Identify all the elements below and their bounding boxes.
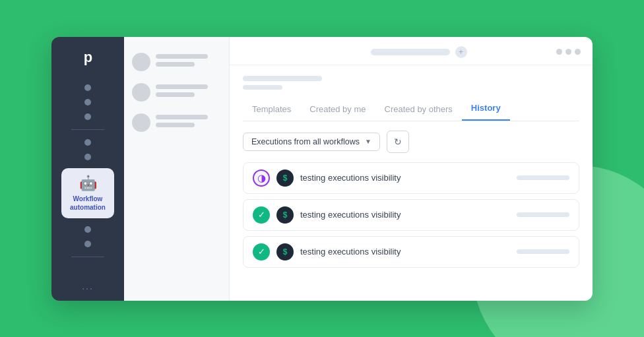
left-panel-item-1[interactable] (132, 53, 221, 71)
top-bar-title-placeholder (371, 49, 450, 55)
sidebar-nav-dot-3[interactable] (84, 113, 91, 120)
add-tab-button[interactable]: + (455, 46, 467, 58)
text-line (156, 54, 208, 59)
tab-history[interactable]: History (462, 99, 510, 121)
sidebar-nav-dot-6[interactable] (84, 226, 91, 233)
avatar-2 (132, 83, 150, 102)
execution-name-1: testing executions visibility (300, 173, 510, 183)
execution-name-3: testing executions visibility (300, 247, 510, 257)
text-line (156, 84, 208, 89)
execution-row-3[interactable]: ✓ $ testing executions visibility (243, 236, 579, 268)
app-logo: p (84, 49, 92, 66)
window-dot-2 (565, 49, 571, 55)
left-panel (124, 37, 230, 301)
sidebar-item-label: Workflowautomation (70, 195, 106, 212)
execution-row-2[interactable]: ✓ $ testing executions visibility (243, 199, 579, 231)
checkmark-icon: ✓ (258, 247, 265, 257)
sidebar-divider-2 (71, 257, 104, 257)
sidebar-nav-dot-1[interactable] (84, 84, 91, 91)
execution-meta-3 (517, 249, 569, 254)
tabs-bar: Templates Created by me Created by other… (243, 99, 579, 121)
content-area: Templates Created by me Created by other… (230, 65, 593, 301)
breadcrumb-line (243, 76, 322, 81)
sidebar-nav-dot-4[interactable] (84, 139, 91, 146)
avatar-1 (132, 53, 150, 71)
execution-meta-2 (517, 212, 569, 217)
main-panel: + Templates Created by me Created by oth… (230, 37, 593, 301)
execution-row-1[interactable]: ◑ $ testing executions visibility (243, 162, 579, 194)
window-dot-3 (575, 49, 581, 55)
execution-list: ◑ $ testing executions visibility ✓ $ te… (243, 162, 579, 268)
left-panel-item-2[interactable] (132, 83, 221, 102)
window-controls (556, 49, 581, 55)
sidebar-nav-dot-7[interactable] (84, 241, 91, 247)
status-running-icon: ◑ (253, 169, 270, 187)
sidebar-divider-1 (71, 129, 104, 130)
top-bar: + (230, 37, 593, 65)
text-line (156, 115, 208, 119)
text-line (156, 92, 195, 97)
text-line (156, 62, 195, 67)
left-panel-text-3 (156, 115, 221, 131)
workflow-filter-select[interactable]: Executions from all workflows ▼ (243, 133, 380, 151)
sidebar-nav-dot-5[interactable] (84, 154, 91, 160)
sidebar-item-workflow-automation[interactable]: 🤖 Workflowautomation (61, 168, 114, 218)
left-panel-text-2 (156, 84, 221, 100)
app-window: p 🤖 Workflowautomation ... (51, 37, 593, 301)
filter-label: Executions from all workflows (251, 137, 360, 146)
tab-templates[interactable]: Templates (243, 100, 300, 121)
refresh-button[interactable]: ↻ (387, 131, 409, 153)
execution-name-2: testing executions visibility (300, 210, 510, 220)
avatar-3 (132, 113, 150, 132)
chevron-down-icon: ▼ (365, 138, 371, 145)
top-bar-center: + (371, 46, 467, 58)
tab-created-by-me[interactable]: Created by me (300, 100, 375, 121)
running-indicator: ◑ (257, 172, 266, 184)
sidebar-nav-dot-2[interactable] (84, 99, 91, 106)
service-icon-1: $ (276, 169, 294, 187)
status-success-icon-3: ✓ (253, 243, 270, 260)
left-panel-text-1 (156, 54, 221, 70)
sidebar: p 🤖 Workflowautomation ... (51, 37, 124, 301)
service-icon-3: $ (276, 243, 294, 260)
tab-created-by-others[interactable]: Created by others (375, 100, 462, 121)
execution-meta-1 (517, 175, 569, 180)
filter-row: Executions from all workflows ▼ ↻ (243, 131, 579, 153)
window-dot-1 (556, 49, 562, 55)
checkmark-icon: ✓ (258, 210, 265, 220)
text-line (156, 123, 195, 127)
sidebar-more-menu[interactable]: ... (82, 281, 94, 291)
robot-icon: 🤖 (79, 175, 97, 192)
breadcrumb-sub-line (243, 85, 282, 90)
service-icon-2: $ (276, 206, 294, 224)
left-panel-item-3[interactable] (132, 113, 221, 132)
status-success-icon-2: ✓ (253, 206, 270, 224)
